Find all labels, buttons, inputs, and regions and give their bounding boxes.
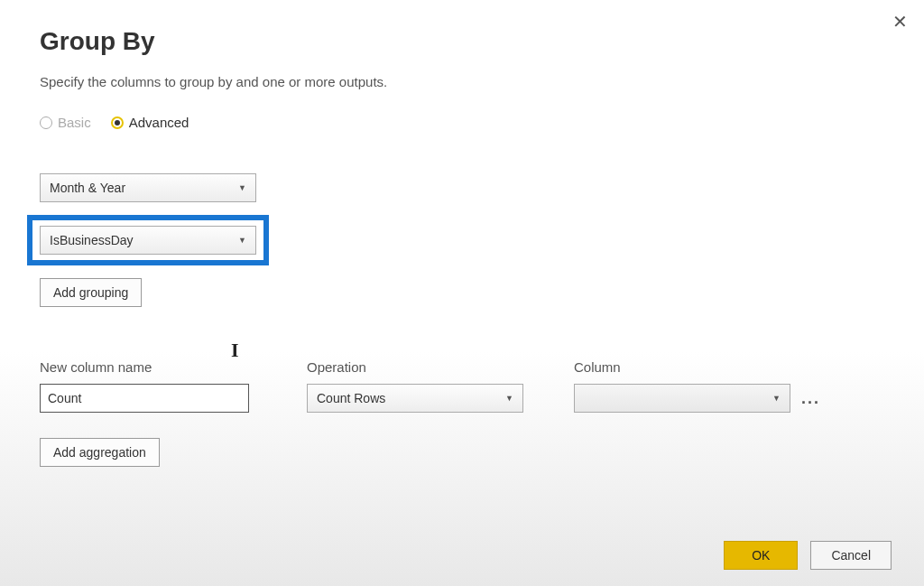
radio-icon	[111, 116, 124, 129]
chevron-down-icon: ▼	[238, 236, 246, 245]
ok-button[interactable]: OK	[724, 541, 798, 570]
dialog-footer: OK Cancel	[724, 541, 892, 570]
chevron-down-icon: ▼	[505, 394, 513, 403]
grouping-dropdown-2[interactable]: IsBusinessDay ▼	[40, 226, 256, 255]
grouping-value-2: IsBusinessDay	[50, 233, 134, 247]
add-grouping-button[interactable]: Add grouping	[40, 278, 142, 307]
radio-basic-label: Basic	[58, 115, 91, 130]
text-cursor-icon: I	[231, 339, 239, 362]
radio-icon	[40, 116, 52, 129]
close-icon[interactable]: ✕	[892, 11, 908, 33]
chevron-down-icon: ▼	[238, 183, 246, 192]
grouping-value-1: Month & Year	[50, 181, 125, 195]
radio-advanced[interactable]: Advanced	[111, 115, 189, 130]
operation-label: Operation	[307, 359, 574, 375]
radio-basic[interactable]: Basic	[40, 115, 91, 130]
new-column-name-label: New column name	[40, 359, 307, 375]
new-column-name-input[interactable]	[40, 384, 249, 413]
more-icon[interactable]: ...	[801, 389, 820, 408]
mode-radio-group: Basic Advanced	[40, 115, 884, 130]
chevron-down-icon: ▼	[772, 394, 781, 403]
column-dropdown[interactable]: ▼	[574, 384, 790, 413]
highlight-box: IsBusinessDay ▼	[27, 215, 269, 265]
operation-dropdown[interactable]: Count Rows ▼	[307, 384, 523, 413]
add-aggregation-button[interactable]: Add aggregation	[40, 438, 160, 467]
dialog-subtitle: Specify the columns to group by and one …	[40, 74, 884, 89]
grouping-dropdown-1[interactable]: Month & Year ▼	[40, 173, 256, 202]
operation-value: Count Rows	[317, 391, 385, 405]
radio-advanced-label: Advanced	[129, 115, 189, 130]
dialog-title: Group By	[40, 27, 884, 56]
column-label: Column	[574, 359, 790, 375]
cancel-button[interactable]: Cancel	[810, 541, 892, 570]
